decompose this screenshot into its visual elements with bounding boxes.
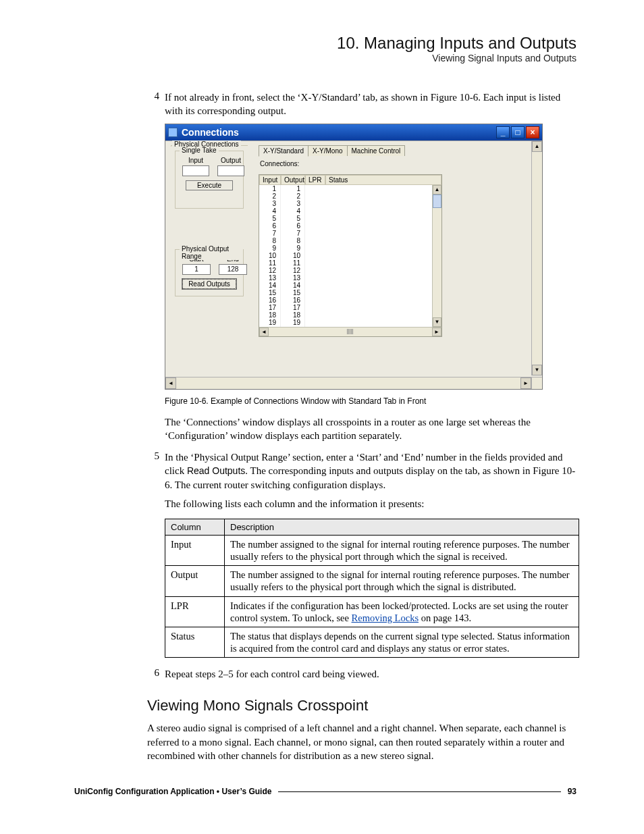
table-cell: 11 xyxy=(281,259,304,267)
table-cell: 7 xyxy=(259,230,280,237)
table-cell: 18 xyxy=(281,311,304,319)
paragraph: A stereo audio signal is comprised of a … xyxy=(147,721,576,762)
table-row: Input The number assigned to the signal … xyxy=(165,536,579,566)
scroll-left-icon[interactable]: ◄ xyxy=(165,377,176,389)
read-outputs-inline: Read Outputs xyxy=(187,465,245,476)
removing-locks-link[interactable]: Removing Locks xyxy=(352,613,419,623)
maximize-button[interactable]: □ xyxy=(511,126,525,138)
connections-label: Connections: xyxy=(260,160,538,167)
group-single-take-label: Single Take xyxy=(180,147,219,154)
single-take-output-field[interactable] xyxy=(217,165,244,176)
table-cell: 12 xyxy=(259,267,280,274)
heading-viewing-mono: Viewing Mono Signals Crosspoint xyxy=(147,697,576,714)
group-physical-output-range: Physical Output Range Start 1 End 128 xyxy=(175,249,244,296)
table-cell: 6 xyxy=(259,222,280,230)
connections-table: Input Output LPR Status 1234567891011121… xyxy=(259,174,442,337)
table-cell: 11 xyxy=(259,259,280,267)
table-head-column: Column xyxy=(165,519,225,536)
scroll-down-icon[interactable]: ▼ xyxy=(433,317,441,327)
table-cell: 3 xyxy=(259,200,280,207)
table-cell: 1 xyxy=(259,185,280,192)
running-head: 10. Managing Inputs and Outputs Viewing … xyxy=(74,34,576,63)
table-cell: 5 xyxy=(281,215,304,222)
table-cell: 15 xyxy=(259,289,280,296)
col-output[interactable]: Output xyxy=(281,175,305,185)
table-row: Output The number assigned to the signal… xyxy=(165,566,579,596)
footer-left: UniConfig Configuration Application • Us… xyxy=(74,787,271,796)
page-footer: UniConfig Configuration Application • Us… xyxy=(74,787,576,796)
table-row: Status The status that displays depends … xyxy=(165,627,579,657)
tabs: X-Y/Standard X-Y/Mono Machine Control xyxy=(259,145,538,156)
table-cell: 8 xyxy=(281,237,304,244)
table-cell: 19 xyxy=(281,319,304,326)
table-cell: 14 xyxy=(259,282,280,289)
end-field[interactable]: 128 xyxy=(219,264,247,275)
minimize-button[interactable]: _ xyxy=(496,126,510,138)
start-field[interactable]: 1 xyxy=(182,264,211,275)
read-outputs-button[interactable]: Read Outputs xyxy=(182,279,236,289)
scroll-thumb[interactable] xyxy=(433,194,441,208)
titlebar: Connections _ □ × xyxy=(165,124,542,140)
step-6: 6 Repeat steps 2–5 for each control card… xyxy=(74,667,576,681)
window-scrollbar-horizontal[interactable]: ◄ ► xyxy=(165,377,531,389)
col-status[interactable]: Status xyxy=(325,175,441,185)
group-por-label: Physical Output Range xyxy=(180,245,243,260)
table-cell: 20 xyxy=(281,326,304,327)
table-cell: 12 xyxy=(281,267,304,274)
table-cell: 17 xyxy=(281,304,304,311)
step-number: 4 xyxy=(147,90,159,118)
scroll-left-icon[interactable]: ◄ xyxy=(259,328,269,336)
step-text: In the ‘Physical Output Range’ section, … xyxy=(165,450,576,492)
resize-grip-icon[interactable] xyxy=(531,377,542,389)
table-cell: 10 xyxy=(259,252,280,259)
window-scrollbar-vertical[interactable]: ▲ ▼ xyxy=(531,141,542,375)
step-text: Repeat steps 2–5 for each control card b… xyxy=(165,667,576,681)
section-subtitle: Viewing Signal Inputs and Outputs xyxy=(74,53,576,63)
app-icon xyxy=(168,128,178,137)
step-number: 5 xyxy=(147,450,159,492)
table-cell: 1 xyxy=(281,185,304,192)
table-head-description: Description xyxy=(225,519,579,536)
table-cell: 13 xyxy=(281,274,304,282)
table-cell: 14 xyxy=(281,282,304,289)
table-cell: 4 xyxy=(281,207,304,215)
table-scrollbar-vertical[interactable]: ▲ ▼ xyxy=(432,185,441,327)
table-cell: 17 xyxy=(259,304,280,311)
scroll-down-icon[interactable]: ▼ xyxy=(532,365,542,375)
table-cell: 16 xyxy=(281,296,304,304)
table-cell: 15 xyxy=(281,289,304,296)
table-cell: 4 xyxy=(259,207,280,215)
close-button[interactable]: × xyxy=(526,126,539,138)
step-5: 5 In the ‘Physical Output Range’ section… xyxy=(74,450,576,492)
table-cell: 19 xyxy=(259,319,280,326)
page-number: 93 xyxy=(568,787,576,796)
table-cell: 9 xyxy=(281,244,304,252)
tab-xy-standard[interactable]: X-Y/Standard xyxy=(259,145,308,157)
table-cell: 6 xyxy=(281,222,304,230)
table-cell: 7 xyxy=(281,230,304,237)
execute-button[interactable]: Execute xyxy=(186,180,233,190)
table-column-output: 1234567891011121314151617181920 xyxy=(281,185,305,327)
tab-machine-control[interactable]: Machine Control xyxy=(347,145,406,156)
table-cell: 9 xyxy=(259,244,280,252)
single-take-input-field[interactable] xyxy=(182,165,209,176)
col-lpr[interactable]: LPR xyxy=(305,175,325,185)
scroll-up-icon[interactable]: ▲ xyxy=(433,185,441,194)
scroll-right-icon[interactable]: ► xyxy=(432,328,441,336)
table-row: LPR Indicates if the configuration has b… xyxy=(165,596,579,627)
table-cell: 18 xyxy=(259,311,280,319)
output-label: Output xyxy=(221,157,241,164)
chapter-title: 10. Managing Inputs and Outputs xyxy=(74,34,576,53)
table-scrollbar-horizontal[interactable]: ◄ ► xyxy=(259,327,441,336)
tab-xy-mono[interactable]: X-Y/Mono xyxy=(308,145,347,156)
step-text: If not already in front, select the ‘X-Y… xyxy=(165,90,576,118)
step-4: 4 If not already in front, select the ‘X… xyxy=(74,90,576,118)
col-input[interactable]: Input xyxy=(259,175,281,185)
table-cell: 20 xyxy=(259,326,280,327)
step-number: 6 xyxy=(147,667,159,681)
scroll-up-icon[interactable]: ▲ xyxy=(532,141,542,152)
table-cell: 10 xyxy=(281,252,304,259)
window-title: Connections xyxy=(182,127,239,138)
table-cell: 2 xyxy=(259,192,280,200)
scroll-right-icon[interactable]: ► xyxy=(520,377,531,389)
